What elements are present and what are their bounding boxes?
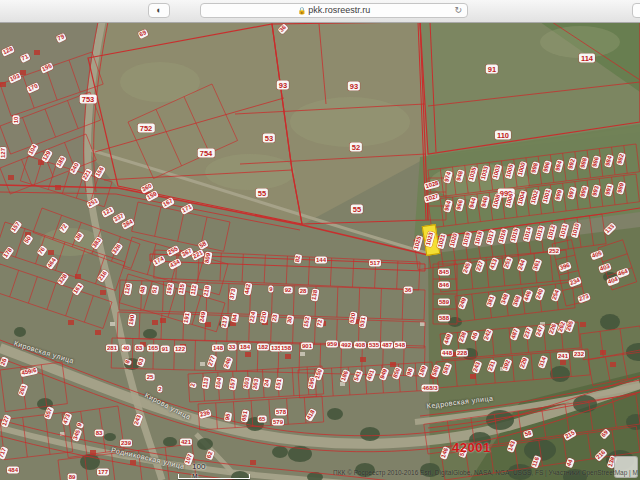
parcel-label[interactable]: 2 bbox=[189, 382, 197, 388]
parcel-label[interactable]: 33 bbox=[228, 344, 237, 351]
land-parcel-label[interactable]: 752 bbox=[138, 124, 155, 133]
parcel-label[interactable]: 579 bbox=[272, 419, 284, 426]
parcel-label[interactable]: 487 bbox=[381, 342, 393, 349]
cadastral-map-canvas[interactable]: 42001 100 м ПКК © Росреестр 2010-2016 Es… bbox=[0, 22, 640, 480]
parcel-label[interactable]: 845 bbox=[438, 269, 450, 276]
parcel-label[interactable]: 10 bbox=[13, 116, 20, 125]
land-parcel-label[interactable]: 93 bbox=[277, 81, 289, 90]
land-parcel-label[interactable]: 55 bbox=[256, 189, 268, 198]
screenshot: ◐ 🔒pkk.rosreestr.ru↻ 42001 100 м ПКК © Р… bbox=[0, 0, 640, 480]
land-parcel-label[interactable]: 753 bbox=[80, 95, 97, 104]
content-blocker-button[interactable]: ◐ bbox=[148, 3, 170, 18]
parcel-label[interactable]: 448 bbox=[441, 350, 453, 357]
parcel-label[interactable]: 241 bbox=[557, 353, 569, 360]
parcel-label[interactable]: 40 bbox=[122, 345, 131, 352]
map-attribution: ПКК © Росреестр 2010-2016 Esri, DigitalG… bbox=[333, 469, 638, 476]
parcel-label[interactable]: 535 bbox=[368, 342, 380, 349]
parcel-label[interactable]: 144 bbox=[315, 257, 327, 264]
parcel-label[interactable]: 91 bbox=[161, 346, 170, 353]
parcel-label[interactable]: 65 bbox=[258, 416, 267, 423]
parcel-label[interactable]: 408 bbox=[354, 342, 366, 349]
parcel-label[interactable]: 148 bbox=[212, 345, 224, 352]
parcel-label[interactable]: 468/3 bbox=[421, 385, 438, 392]
parcel-label[interactable]: 182 bbox=[257, 344, 269, 351]
parcel-label[interactable]: 36 bbox=[404, 287, 413, 294]
browser-toolbar: ◐ 🔒pkk.rosreestr.ru↻ bbox=[0, 0, 640, 23]
lock-icon: 🔒 bbox=[298, 7, 307, 14]
parcel-label[interactable]: 92 bbox=[284, 287, 293, 294]
parcel-label[interactable]: 484 bbox=[7, 467, 19, 474]
parcel-label[interactable]: 589 bbox=[438, 299, 450, 306]
map-terrain-layer bbox=[0, 22, 640, 480]
parcel-label[interactable]: 846 bbox=[438, 282, 450, 289]
parcel-label[interactable]: 122 bbox=[174, 346, 186, 353]
land-parcel-label[interactable]: 93 bbox=[348, 82, 360, 91]
address-bar[interactable]: 🔒pkk.rosreestr.ru↻ bbox=[200, 3, 468, 18]
parcel-label[interactable]: 9 bbox=[268, 286, 273, 293]
cadastral-quarter-label[interactable]: 42001 bbox=[452, 440, 491, 455]
parcel-label[interactable]: 165 bbox=[147, 345, 159, 352]
parcel-label[interactable]: 28 bbox=[299, 288, 308, 295]
parcel-label[interactable]: 2 bbox=[157, 386, 162, 393]
parcel-label[interactable]: 492 bbox=[340, 342, 352, 349]
url-text: pkk.rosreestr.ru bbox=[308, 5, 370, 15]
toolbar-edge-button[interactable] bbox=[632, 3, 640, 18]
land-parcel-label[interactable]: 52 bbox=[350, 143, 362, 152]
parcel-label[interactable]: 95 bbox=[224, 412, 232, 422]
parcel-label[interactable]: 184 bbox=[239, 344, 251, 351]
parcel-label[interactable]: 421 bbox=[180, 439, 192, 446]
parcel-label[interactable]: 127 bbox=[0, 147, 7, 159]
parcel-label[interactable]: 83 bbox=[95, 430, 104, 437]
parcel-label[interactable]: 89 bbox=[68, 474, 77, 480]
parcel-label[interactable]: 228 bbox=[456, 350, 468, 357]
parcel-label[interactable]: 48 bbox=[139, 285, 147, 295]
reload-icon[interactable]: ↻ bbox=[454, 4, 462, 17]
parcel-label[interactable]: 30 bbox=[286, 315, 294, 325]
land-parcel-label[interactable]: 110 bbox=[495, 131, 511, 140]
land-parcel-label[interactable]: 754 bbox=[198, 149, 215, 158]
parcel-label[interactable]: 252 bbox=[548, 248, 560, 255]
parcel-label[interactable]: 548 bbox=[394, 342, 406, 349]
parcel-label[interactable]: 588 bbox=[438, 315, 450, 322]
land-parcel-label[interactable]: 55 bbox=[351, 205, 363, 214]
parcel-label[interactable]: 25 bbox=[146, 374, 155, 381]
parcel-label[interactable]: 24 bbox=[263, 378, 271, 388]
parcel-label[interactable]: 281 bbox=[106, 345, 118, 352]
parcel-label[interactable]: 177 bbox=[97, 469, 109, 476]
parcel-label[interactable]: 239 bbox=[120, 440, 132, 447]
parcel-label[interactable]: 72 bbox=[316, 318, 324, 328]
parcel-label[interactable]: 23 bbox=[271, 313, 279, 323]
parcel-label[interactable]: 517 bbox=[369, 260, 381, 267]
land-parcel-label[interactable]: 114 bbox=[579, 54, 595, 63]
parcel-label[interactable]: 959 bbox=[326, 341, 338, 348]
parcel-label[interactable]: 82 bbox=[294, 254, 302, 264]
shield-icon: ◐ bbox=[156, 5, 161, 15]
parcel-label[interactable]: 901 bbox=[301, 343, 313, 350]
land-parcel-label[interactable]: 91 bbox=[486, 65, 498, 74]
parcel-label[interactable]: 51 bbox=[151, 285, 159, 295]
parcel-label[interactable]: 83 bbox=[135, 345, 144, 352]
parcel-label[interactable]: 232 bbox=[573, 351, 585, 358]
parcel-label[interactable]: 84 bbox=[231, 313, 239, 323]
land-parcel-label[interactable]: 53 bbox=[263, 134, 275, 143]
parcel-label[interactable]: 158 bbox=[280, 345, 292, 352]
scale-bar-line bbox=[178, 474, 250, 479]
parcel-label[interactable]: 578 bbox=[275, 409, 287, 416]
